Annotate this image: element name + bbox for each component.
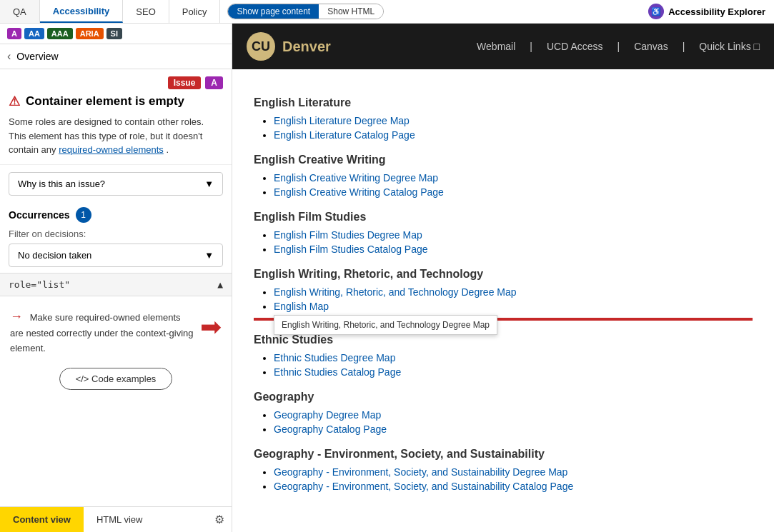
list-item: English Creative Writing Catalog Page (274, 186, 753, 198)
issue-badge: Issue (168, 76, 202, 89)
list-item: Geography - Environment, Society, and Su… (274, 481, 753, 492)
collapse-icon[interactable]: ▲ (217, 279, 223, 290)
list-item: English Literature Degree Map (274, 115, 753, 126)
nav-ucd-access[interactable]: UCD Access (547, 41, 603, 52)
occurrences-row: Occurrences 1 (0, 203, 232, 227)
link-english-map[interactable]: English Map (274, 301, 329, 312)
link-english-wrt-degree[interactable]: English Writing, Rhetoric, and Technolog… (274, 286, 517, 298)
content-area: English Literature English Literature De… (232, 69, 774, 512)
section-title-english-wrt: English Writing, Rhetoric, and Technolog… (254, 268, 753, 281)
issue-badges: Issue A (9, 76, 223, 89)
occurrences-label: Occurrences (9, 209, 70, 221)
university-name: Denver (282, 39, 331, 55)
list-item: Geography Degree Map (274, 409, 753, 421)
section-title-english-cw: English Creative Writing (254, 154, 753, 166)
link-english-cw-degree[interactable]: English Creative Writing Degree Map (274, 172, 438, 184)
code-element-row: role="list" ▲ (0, 273, 232, 296)
list-item: English Literature Catalog Page (274, 129, 753, 141)
list-item: English Creative Writing Degree Map (274, 172, 753, 184)
issue-title-text: Container element is empty (26, 94, 184, 109)
badge-si[interactable]: SI (106, 28, 122, 39)
acc-explorer-label: Accessibility Explorer (668, 6, 765, 17)
section-title-ethnic: Ethnic Studies (254, 333, 753, 346)
nav-canvas[interactable]: Canvas (634, 41, 668, 52)
university-header: CU Denver Webmail | UCD Access | Canvas … (232, 24, 774, 69)
level-badges: A AA AAA ARIA SI (7, 28, 122, 39)
code-hint-text: Make sure required-owned elements are ne… (10, 312, 194, 354)
link-english-lit-degree[interactable]: English Literature Degree Map (274, 115, 410, 126)
nav-separator-2: | (617, 41, 620, 52)
link-english-lit-catalog[interactable]: English Literature Catalog Page (274, 129, 415, 141)
link-list-geography: Geography Degree Map Geography Catalog P… (254, 409, 753, 435)
badge-aa[interactable]: AA (24, 28, 44, 39)
tab-accessibility[interactable]: Accessibility (40, 0, 124, 23)
right-panel: CU Denver Webmail | UCD Access | Canvas … (232, 24, 774, 532)
link-english-film-catalog[interactable]: English Film Studies Catalog Page (274, 244, 428, 255)
section-title-geography: Geography (254, 391, 753, 403)
link-list-english-cw: English Creative Writing Degree Map Engl… (254, 172, 753, 198)
issue-header: Issue A ⚠ Container element is empty Som… (0, 69, 232, 165)
link-ethnic-catalog[interactable]: Ethnic Studies Catalog Page (274, 366, 401, 378)
tab-content-view[interactable]: Content view (0, 507, 84, 532)
nav-quick-links[interactable]: Quick Links □ (699, 41, 760, 52)
issue-warning-icon: ⚠ (9, 94, 20, 109)
link-english-film-degree[interactable]: English Film Studies Degree Map (274, 229, 422, 241)
list-item: Ethnic Studies Catalog Page (274, 366, 753, 378)
nav-webmail[interactable]: Webmail (477, 41, 515, 52)
list-item: Ethnic Studies Degree Map (274, 352, 753, 363)
accessibility-explorer: ♿ Accessibility Explorer (648, 4, 765, 19)
toggle-show-page[interactable]: Show page content (228, 4, 319, 19)
required-owned-link[interactable]: required-owned elements (59, 144, 164, 155)
tab-html-view[interactable]: HTML view (84, 507, 156, 532)
link-list-geo-env: Geography - Environment, Society, and Su… (254, 466, 753, 492)
badge-aria[interactable]: ARIA (76, 28, 104, 39)
view-toggle: Show page content Show HTML (227, 4, 384, 19)
badge-row: A AA AAA ARIA SI (0, 24, 232, 44)
badge-a[interactable]: A (7, 28, 21, 39)
badge-aaa[interactable]: AAA (47, 28, 73, 39)
list-item: Geography - Environment, Society, and Su… (274, 466, 753, 478)
tab-qa[interactable]: QA (0, 0, 40, 23)
overview-row[interactable]: ‹ Overview (0, 44, 232, 69)
issue-description: Some roles are designed to contain other… (9, 115, 223, 157)
back-arrow-icon: ‹ (7, 50, 11, 63)
section-title-geo-env: Geography - Environment, Society, and Su… (254, 448, 753, 461)
code-examples-button[interactable]: </> Code examples (59, 368, 173, 390)
top-nav: QA Accessibility SEO Policy Show page co… (0, 0, 774, 24)
tab-seo[interactable]: SEO (123, 0, 169, 23)
issue-title: ⚠ Container element is empty (9, 94, 223, 109)
top-nav-right: ♿ Accessibility Explorer (648, 4, 774, 19)
section-title-english-film: English Film Studies (254, 211, 753, 224)
big-red-arrow: ➡ (200, 306, 222, 348)
nav-separator-1: | (530, 41, 532, 52)
why-dropdown-chevron: ▼ (204, 179, 214, 189)
tab-policy[interactable]: Policy (169, 0, 221, 23)
link-list-english-wrt: English Writing, Rhetoric, and Technolog… (254, 286, 753, 312)
link-geo-degree[interactable]: Geography Degree Map (274, 409, 381, 421)
link-english-cw-catalog[interactable]: English Creative Writing Catalog Page (274, 186, 444, 198)
logo-icon: CU (247, 32, 275, 61)
filter-chevron-icon: ▼ (204, 250, 214, 261)
filter-label: Filter on decisions: (0, 227, 232, 241)
link-geo-env-degree[interactable]: Geography - Environment, Society, and Su… (274, 466, 567, 478)
list-item: English Map English Writing, Rhetoric, a… (274, 301, 753, 312)
arrow-indicator-icon: → (10, 309, 23, 323)
issue-desc-end: . (166, 144, 169, 155)
link-ethnic-degree[interactable]: Ethnic Studies Degree Map (274, 352, 395, 363)
link-list-english-lit: English Literature Degree Map English Li… (254, 115, 753, 141)
overview-label: Overview (16, 51, 58, 62)
why-dropdown-label: Why is this an issue? (18, 179, 105, 189)
link-geo-catalog[interactable]: Geography Catalog Page (274, 423, 387, 435)
link-list-english-film: English Film Studies Degree Map English … (254, 229, 753, 255)
why-dropdown[interactable]: Why is this an issue? ▼ (9, 172, 223, 196)
tooltip-container: English Map English Writing, Rhetoric, a… (274, 301, 329, 312)
link-geo-env-catalog[interactable]: Geography - Environment, Society, and Su… (274, 481, 573, 492)
filter-dropdown[interactable]: No decision taken ▼ (9, 244, 223, 267)
nav-tabs: QA Accessibility SEO Policy (0, 0, 220, 23)
bottom-tabs: Content view HTML view ⚙ (0, 506, 232, 532)
link-list-ethnic: Ethnic Studies Degree Map Ethnic Studies… (254, 352, 753, 378)
settings-button[interactable]: ⚙ (207, 507, 232, 532)
left-panel: A AA AAA ARIA SI ‹ Overview Issue A ⚠ Co… (0, 24, 232, 532)
university-logo: CU Denver (247, 32, 331, 61)
toggle-show-html[interactable]: Show HTML (319, 4, 383, 19)
